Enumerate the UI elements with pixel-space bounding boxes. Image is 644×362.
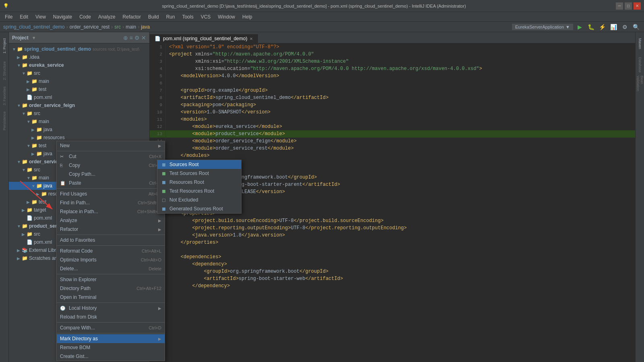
breadcrumb-src[interactable]: src (114, 24, 121, 30)
editor-tab-pom[interactable]: 📄 pom.xml (spring_cloud_sentinel_demo) ✕ (150, 34, 258, 43)
tree-node-feign-main[interactable]: ▼ 📁 main (9, 117, 149, 125)
close-button[interactable]: ✕ (634, 2, 641, 10)
submenu-generated-sources[interactable]: ◼ Generated Sources Root (157, 204, 241, 213)
menu-vcs[interactable]: VCS (198, 13, 214, 21)
ctx-local-history[interactable]: 🕐 Local History ▶ (57, 304, 165, 313)
ctx-local-history-label: Local History (69, 305, 97, 311)
ctx-delete[interactable]: Delete... Delete (57, 264, 165, 273)
run-config-selector[interactable]: EurekaServerApplication ▼ (512, 24, 573, 30)
menu-navigate[interactable]: Navigate (50, 13, 75, 21)
tree-node-eureka-pom[interactable]: 📄 pom.xml (9, 93, 149, 101)
tree-node-root[interactable]: ▼ 📁 spring_cloud_sentinel_demo sources r… (9, 45, 149, 53)
code-line-27: 27 <java.version>1.8</java.version> (150, 232, 635, 239)
tree-label-rest-src: src (34, 167, 40, 173)
tree-node-eureka[interactable]: ▼ 📁 eureka_service (9, 61, 149, 69)
settings-icon[interactable]: ⚙ (134, 35, 140, 41)
sidebar-favorites-icon[interactable]: 3: Favorites (0, 84, 8, 108)
run-button[interactable]: ▶ (575, 23, 584, 31)
editor-tabs: 📄 pom.xml (spring_cloud_sentinel_demo) ✕ (150, 32, 635, 43)
ctx-add-favorites-label: Add to Favorites (60, 237, 95, 243)
ctx-reload[interactable]: Reload from Disk (57, 313, 165, 321)
ctx-reload-label: Reload from Disk (60, 314, 97, 320)
tree-node-feign[interactable]: ▼ 📁 order_service_feign (9, 101, 149, 109)
ctx-create-gist[interactable]: Create Gist... (57, 352, 165, 361)
submenu-test-sources-root[interactable]: ◼ Test Sources Root (157, 169, 241, 178)
ctx-remove-bom[interactable]: Remove BOM (57, 343, 165, 352)
panel-dropdown-icon[interactable]: ▼ (32, 35, 36, 40)
ctx-add-favorites[interactable]: Add to Favorites (57, 236, 165, 245)
menu-window[interactable]: Window (215, 13, 238, 21)
breadcrumb-main[interactable]: main (126, 24, 136, 30)
tree-arrow-feign-test-java: ▶ (31, 152, 36, 156)
coverage-button[interactable]: 📊 (609, 23, 618, 31)
maximize-button[interactable]: □ (625, 2, 632, 10)
sidebar-persistence-icon[interactable]: Persistence (0, 109, 8, 133)
ctx-optimize-imports[interactable]: Optimize Imports Ctrl+Alt+O (57, 255, 165, 264)
menu-code[interactable]: Code (76, 13, 94, 21)
menu-analyze[interactable]: Analyze (95, 13, 119, 21)
menu-build[interactable]: Build (145, 13, 162, 21)
ctx-show-explorer[interactable]: Show in Explorer (57, 275, 165, 284)
tree-node-feign-src[interactable]: ▼ 📁 src (9, 109, 149, 117)
submenu-not-excluded[interactable]: ◻ Not Excluded (157, 195, 241, 204)
ctx-new[interactable]: New ▶ (57, 141, 165, 150)
menu-run[interactable]: Run (163, 13, 178, 21)
menu-tools[interactable]: Tools (179, 13, 197, 21)
ctx-cut[interactable]: ✂ Cut Ctrl+X (57, 152, 165, 161)
collapse-all-icon[interactable]: ≡ (130, 35, 133, 41)
settings-button[interactable]: ⚙ (620, 23, 630, 31)
tree-node-feign-resources[interactable]: ▶ 📁 resources (9, 134, 149, 142)
sidebar-structure-icon[interactable]: 2: Structure (0, 59, 8, 83)
ctx-paste[interactable]: 📋 Paste Ctrl+V (57, 179, 165, 187)
database-icon[interactable]: Database (636, 55, 644, 75)
ctx-copy-path[interactable]: Copy Path... (57, 170, 165, 179)
submenu-test-resources-root[interactable]: ◼ Test Resources Root (157, 187, 241, 195)
menu-help[interactable]: Help (239, 13, 256, 21)
ctx-dir-path[interactable]: Directory Path Ctrl+Alt+F12 (57, 284, 165, 293)
code-line-10: 10 <version>1.0-SNAPSHOT</version> (150, 109, 635, 116)
tab-close-pom[interactable]: ✕ (250, 37, 253, 41)
ctx-find-in-path[interactable]: Find in Path... Ctrl+Shift+F (57, 198, 165, 207)
debug-button[interactable]: 🐛 (586, 23, 596, 31)
ctx-compare[interactable]: Compare With... Ctrl+D (57, 323, 165, 332)
ctx-refactor[interactable]: Refactor ▶ (57, 225, 165, 234)
code-line-7: 7 <groupId>org.example</groupId> (150, 87, 635, 94)
minimize-button[interactable]: ─ (616, 2, 623, 10)
tree-node-eureka-test[interactable]: ▶ 📁 test (9, 85, 149, 93)
folder-icon-eureka-test: 📁 (31, 86, 38, 92)
ctx-analyze[interactable]: Analyze ▶ (57, 216, 165, 225)
ctx-reformat[interactable]: Reformat Code Ctrl+Alt+L (57, 247, 165, 255)
ctx-copy[interactable]: ⎘ Copy Ctrl+C (57, 161, 165, 170)
menu-edit[interactable]: Edit (17, 13, 31, 21)
ctx-mark-dir[interactable]: Mark Directory as ▶ (57, 334, 165, 343)
submenu-mark-dir: ◼ Sources Root ◼ Test Sources Root ◼ Res… (157, 160, 242, 214)
tab-label-pom: pom.xml (spring_cloud_sentinel_demo) (163, 36, 247, 41)
ctx-open-terminal[interactable]: Open in Terminal (57, 293, 165, 302)
tree-arrow-feign-main: ▼ (27, 119, 31, 124)
panel-title: Project (12, 35, 29, 41)
tree-arrow-feign-src: ▼ (22, 111, 27, 116)
search-everywhere-button[interactable]: 🔍 (631, 23, 641, 31)
ctx-mark-dir-arrow: ▶ (158, 337, 161, 341)
submenu-resources-root[interactable]: ◼ Resources Root (157, 178, 241, 187)
sidebar-project-icon[interactable]: 1: Project (0, 34, 8, 58)
maven-icon[interactable]: Maven (636, 34, 644, 54)
ctx-find-usages[interactable]: Find Usages Alt+F7 (57, 189, 165, 198)
locate-icon[interactable]: ⊕ (123, 35, 128, 41)
menu-refactor[interactable]: Refactor (120, 13, 144, 21)
tree-node-eureka-src[interactable]: ▼ 📁 src (9, 69, 149, 77)
breadcrumb-module[interactable]: order_service_rest (70, 24, 109, 30)
tree-node-feign-java[interactable]: ▶ 📁 java (9, 125, 149, 134)
breadcrumb-project[interactable]: spring_cloud_sentinel_demo (3, 24, 65, 30)
close-panel-icon[interactable]: ✕ (141, 35, 146, 41)
menu-view[interactable]: View (32, 13, 49, 21)
submenu-sources-root[interactable]: ◼ Sources Root (157, 160, 241, 169)
ctx-replace-in-path[interactable]: Replace in Path... Ctrl+Shift+R (57, 207, 165, 216)
bean-validation-icon[interactable]: Bean Validation (636, 76, 644, 96)
menu-file[interactable]: File (2, 13, 16, 21)
tree-node-idea[interactable]: ▶ 📁 .idea (9, 53, 149, 61)
tree-node-eureka-main[interactable]: ▶ 📁 main (9, 77, 149, 85)
breadcrumb-java[interactable]: java (141, 24, 150, 30)
folder-icon-rest-target: 📁 (27, 207, 33, 213)
profile-button[interactable]: ⚡ (597, 23, 607, 31)
